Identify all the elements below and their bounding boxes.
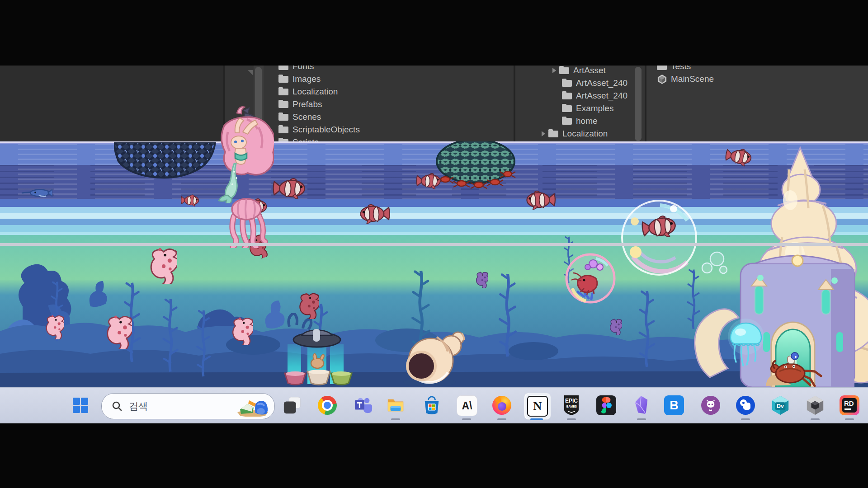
folder-label: Prefabs <box>292 99 322 109</box>
purple-seahorse[interactable] <box>609 316 622 335</box>
tree-row-localization[interactable]: Localization <box>542 127 608 140</box>
mermaid-with-hook[interactable] <box>215 100 274 203</box>
folder-row-images[interactable]: Images <box>278 73 321 85</box>
swordfish[interactable] <box>21 187 52 199</box>
asset-row-mainscene[interactable]: MainScene <box>657 73 714 85</box>
clownfish[interactable] <box>180 193 201 207</box>
folder-label: ScriptableObjects <box>292 125 360 135</box>
letterbox-bar-bottom <box>0 423 868 488</box>
green-woven-basket[interactable] <box>435 141 517 192</box>
notion-button[interactable]: N <box>524 393 551 420</box>
scrollbar-thumb[interactable] <box>635 67 642 141</box>
start-button[interactable] <box>71 395 90 415</box>
teams-button[interactable] <box>354 395 373 415</box>
obsidian-button[interactable] <box>632 395 651 415</box>
tree-label: Localization <box>562 129 608 139</box>
running-indicator-unity <box>811 418 820 420</box>
red-seahorse[interactable] <box>298 289 319 319</box>
tree-row-artasset240-2[interactable]: ArtAsset_240 <box>562 89 627 102</box>
tree-row-artasset240-1[interactable]: ArtAsset_240 <box>562 77 627 89</box>
unity-hub-icon <box>806 395 825 415</box>
kelp <box>160 277 180 387</box>
chrome-icon <box>318 396 337 415</box>
folder-icon <box>278 89 288 95</box>
bunny-in-beam <box>311 358 324 368</box>
asset-label: Tests <box>671 66 691 71</box>
folder-label: Images <box>292 74 321 84</box>
asset-label: MainScene <box>671 74 714 84</box>
chrome-button[interactable] <box>317 395 337 415</box>
crab-with-rider[interactable] <box>764 352 825 387</box>
folder-row-prefabs[interactable]: Prefabs <box>278 98 322 111</box>
beam-lamp[interactable] <box>284 328 353 387</box>
jellyfish[interactable] <box>727 319 765 368</box>
screen: Fonts Images Localization Prefabs Scenes… <box>0 0 868 488</box>
unity-hub-button[interactable] <box>805 395 825 415</box>
tree-row-artasset[interactable]: ArtAsset <box>552 66 606 77</box>
foldout-arrow-icon[interactable] <box>542 131 545 136</box>
kelp <box>637 264 657 386</box>
running-indicator-epic <box>567 418 576 420</box>
taskbar-search-box[interactable] <box>101 393 275 419</box>
running-indicator-claude <box>462 418 471 420</box>
tree-row-home[interactable]: home <box>562 115 598 127</box>
clownfish[interactable] <box>357 202 392 225</box>
folder-icon <box>562 93 572 99</box>
blue-woven-basket[interactable] <box>114 142 218 184</box>
figma-button[interactable] <box>596 395 616 415</box>
conch-shell[interactable] <box>397 324 466 387</box>
unity-scene-assets-panel: Tests MainScene <box>646 66 868 143</box>
pink-seahorse[interactable] <box>231 314 253 345</box>
github-desktop-button[interactable] <box>701 395 721 415</box>
pink-seahorse[interactable] <box>45 312 64 339</box>
foldout-triangle-icon[interactable] <box>248 70 253 75</box>
tree-row-examples[interactable]: Examples <box>562 102 613 115</box>
folder-icon <box>657 66 667 70</box>
figma-icon <box>600 397 612 413</box>
claude-icon: A\ <box>462 400 472 412</box>
asset-row-tests[interactable]: Tests <box>657 66 691 73</box>
q-pin-app-button[interactable] <box>736 395 755 415</box>
foldout-arrow-icon[interactable] <box>552 68 556 73</box>
claude-button[interactable]: A\ <box>457 395 477 416</box>
notion-icon: N <box>527 396 548 417</box>
folder-label: Localization <box>292 87 338 97</box>
search-input[interactable] <box>128 400 225 412</box>
microsoft-store-button[interactable] <box>422 395 442 415</box>
bing-daily-icon[interactable] <box>236 396 270 417</box>
clownfish[interactable] <box>271 176 308 200</box>
unity-scene-icon <box>657 74 667 84</box>
pink-seahorse[interactable] <box>106 311 132 349</box>
folder-row-scriptableobjects[interactable]: ScriptableObjects <box>278 123 360 136</box>
davinci-resolve-button[interactable]: Dv <box>770 395 790 415</box>
folder-icon <box>278 127 288 133</box>
folder-row-scenes[interactable]: Scenes <box>278 111 321 123</box>
aquarium-game-window[interactable] <box>0 141 868 387</box>
b-app-button[interactable]: B <box>664 395 684 415</box>
pink-seahorse[interactable] <box>149 243 177 284</box>
search-icon <box>112 401 123 412</box>
folder-row-fonts[interactable]: Fonts <box>278 66 314 73</box>
running-indicator-qpin <box>741 418 750 420</box>
running-indicator-obsidian <box>637 418 646 420</box>
svg-text:GAMES: GAMES <box>566 405 577 408</box>
folder-row-localization[interactable]: Localization <box>278 85 338 98</box>
file-explorer-button[interactable] <box>386 395 406 415</box>
epic-games-button[interactable]: EPIC GAMES <box>561 395 581 415</box>
clownfish[interactable] <box>415 172 443 190</box>
pink-octopus[interactable] <box>224 197 271 248</box>
github-icon <box>701 396 720 415</box>
shell-castle[interactable] <box>687 142 868 387</box>
obsidian-icon <box>633 395 650 415</box>
firefox-button[interactable] <box>492 395 512 415</box>
file-explorer-icon <box>386 396 405 415</box>
folder-icon <box>562 105 572 112</box>
bubble-with-shrimp[interactable] <box>564 252 617 305</box>
clownfish[interactable] <box>524 189 557 211</box>
purple-seahorse[interactable] <box>476 269 488 288</box>
kelp-tall <box>496 237 519 386</box>
epic-games-icon: EPIC GAMES <box>562 395 580 416</box>
rider-button[interactable]: RD <box>840 395 859 415</box>
rider-icon: RD <box>842 398 857 413</box>
task-view-button[interactable] <box>282 395 302 415</box>
